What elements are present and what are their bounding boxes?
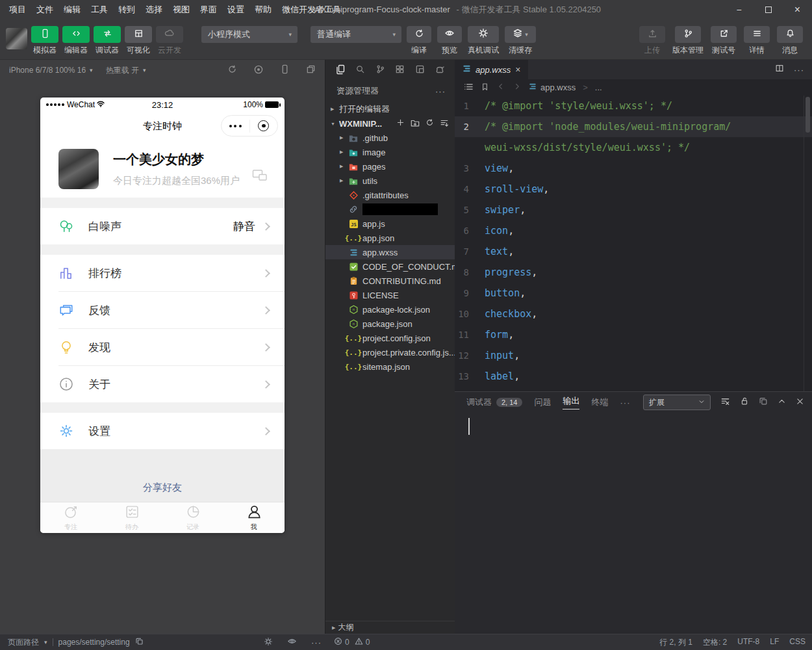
language-mode[interactable]: CSS [789,637,806,648]
code-line-6[interactable]: 6icon, [455,220,812,241]
hot-reload-toggle[interactable]: 热重载 开 [106,65,139,76]
tree-item-CONTRIBUTING.md[interactable]: CONTRIBUTING.md [325,274,455,288]
tree-item-package-lock.json[interactable]: npackage-lock.json [325,302,455,317]
tree-item-CODE_OF_CONDUCT.md[interactable]: CODE_OF_CONDUCT.md [325,259,455,274]
project-root-row[interactable]: ▼ WXMINIP... [325,116,455,131]
tree-item-project.config.json[interactable]: {..}project.config.json [325,331,455,345]
tree-item-app.wxss[interactable]: app.wxss [325,245,455,259]
tree-item-.github[interactable]: ▶.github [325,131,455,145]
device-frame-icon[interactable] [280,64,290,76]
blocks-icon[interactable] [395,64,405,77]
explorer-more-button[interactable]: ··· [435,86,446,96]
tab-records[interactable]: 记录 [162,502,223,533]
code-line-4[interactable]: 4sroll-view, [455,179,812,200]
page-path-label[interactable]: 页面路径 [8,637,39,648]
clear-cache-button[interactable]: ▾ 清缓存 [505,26,536,56]
collapsed-arrow-icon[interactable]: ▶ [340,150,348,155]
code-line-9[interactable]: 9button, [455,283,812,304]
cell-discover[interactable]: 发现 [40,329,285,365]
eye-icon[interactable] [287,636,297,648]
bug-icon[interactable] [264,637,273,648]
code-line-3[interactable]: 3view, [455,158,812,179]
menu-item-8[interactable]: 设置 [222,0,249,20]
maximize-button[interactable] [754,0,783,20]
menu-item-6[interactable]: 视图 [168,0,195,20]
code-line-8[interactable]: 8progress, [455,262,812,283]
tree-item-pages[interactable]: ▶pages [325,159,455,174]
outline-section[interactable]: ▶ 大纲 [325,621,455,634]
close-miniprogram-button[interactable] [250,120,278,131]
nav-back-icon[interactable] [496,82,505,93]
close-tab-icon[interactable]: × [515,65,520,74]
widget-frame-icon[interactable] [415,64,425,77]
code-line-wrap[interactable]: weui-wxss/dist/style/weui.wxss'; */ [455,137,812,158]
plugin-icon[interactable] [435,64,445,77]
code-line-1[interactable]: 1/* @import 'style/weui.wxss'; */ [455,96,812,116]
tab-me[interactable]: 我 [223,502,285,533]
share-friends-link[interactable]: 分享好友 [40,482,285,494]
tree-item-sitemap.json[interactable]: {..}sitemap.json [325,359,455,374]
editor-more-button[interactable]: ··· [794,65,804,75]
split-editor-icon[interactable] [775,64,784,75]
code-line-13[interactable]: 13label, [455,366,812,387]
chevron-up-icon[interactable] [778,396,786,408]
remote-debug-button[interactable]: 真机调试 [468,26,499,56]
collapsed-arrow-icon[interactable]: ▶ [340,178,348,183]
menu-item-7[interactable]: 界面 [195,0,222,20]
code-line-12[interactable]: 12input, [455,345,812,366]
outline-list-icon[interactable] [464,82,474,94]
tree-item-LICENSE[interactable]: LICENSE [325,288,455,302]
tab-app-wxss[interactable]: app.wxss × [455,60,528,79]
cell-ranking[interactable]: 排行榜 [40,255,285,291]
scrollbar-thumb[interactable] [806,97,810,133]
profile-section[interactable]: 一个美少女的梦 今日专注力超越全国36%用户 [40,140,285,198]
refresh-icon[interactable] [425,118,434,129]
panel-tab-problems[interactable]: 问题 [534,396,551,408]
menu-item-3[interactable]: 工具 [86,0,113,20]
upload-button[interactable]: 上传 [639,26,665,56]
breadcrumb-file[interactable]: app.wxss [529,83,576,92]
code-line-7[interactable]: 7text, [455,241,812,262]
tree-item-redacted[interactable] [325,202,455,216]
close-button[interactable]: × [783,0,812,20]
cell-feedback[interactable]: 反馈 [40,292,285,328]
problems-summary[interactable]: 0 0 [334,637,370,647]
search-icon[interactable] [355,64,365,77]
tree-item-.gitattributes[interactable]: .gitattributes [325,188,455,202]
device-select[interactable]: iPhone 6/7/8 100% 16 [9,66,86,75]
code-line-11[interactable]: 11form, [455,324,812,345]
statusbar-more-button[interactable]: ··· [311,638,322,647]
editor-scrollbar[interactable] [804,96,812,391]
version-control-button[interactable]: 版本管理 [672,26,704,56]
menu-item-4[interactable]: 转到 [113,0,140,20]
messages-button[interactable]: 消息 [777,26,803,56]
cell-about[interactable]: 关于 [40,366,285,402]
panel-tab-debugger[interactable]: 调试器 2, 14 [466,396,522,408]
rotate-icon[interactable] [227,64,237,76]
cloud-dev-button[interactable]: 云开发 [156,26,183,56]
output-channel-select[interactable]: 扩展 [643,395,711,410]
close-panel-icon[interactable] [796,396,804,408]
open-editors-row[interactable]: ▶ 打开的编辑器 [325,102,455,116]
cell-settings[interactable]: 设置 [40,413,285,449]
menu-item-1[interactable]: 文件 [31,0,58,20]
code-line-2[interactable]: 2/* @import 'node_modules/weui-miniprogr… [455,116,812,137]
files-icon[interactable] [335,64,346,77]
collapsed-arrow-icon[interactable]: ▶ [340,135,348,140]
tab-focus[interactable]: 专注 [40,502,101,533]
more-menu-button[interactable] [222,125,249,127]
editor-button[interactable]: 编辑器 [62,26,90,56]
menu-item-9[interactable]: 帮助 [249,0,277,20]
encoding[interactable]: UTF-8 [737,637,759,648]
unlock-icon[interactable] [740,396,749,408]
tree-item-utils[interactable]: ▶utils [325,174,455,188]
copy-path-icon[interactable] [135,637,144,647]
test-account-button[interactable]: 测试号 [711,26,737,56]
tree-item-app.json[interactable]: {..}app.json [325,231,455,245]
cell-white-noise[interactable]: 白噪声 静音 [40,208,285,244]
tree-item-image[interactable]: ▶image [325,145,455,159]
eol-type[interactable]: LF [770,637,779,648]
breadcrumb-symbol[interactable]: ... [595,83,602,92]
cursor-position[interactable]: 行 2, 列 1 [659,637,692,648]
profile-avatar[interactable] [58,149,99,189]
